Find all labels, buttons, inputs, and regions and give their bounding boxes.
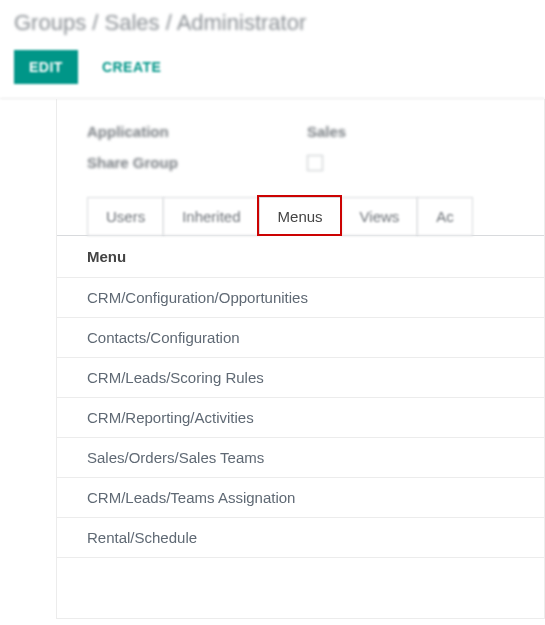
tab-views[interactable]: Views — [341, 197, 419, 236]
table-row[interactable]: Rental/Schedule — [57, 518, 544, 558]
breadcrumb[interactable]: Groups / Sales / Administrator — [14, 10, 531, 36]
table-row[interactable]: CRM/Reporting/Activities — [57, 398, 544, 438]
table-row[interactable]: Sales/Orders/Sales Teams — [57, 438, 544, 478]
tab-menus[interactable]: Menus — [259, 197, 342, 236]
table-row[interactable]: CRM/Configuration/Opportunities — [57, 278, 544, 318]
form-sheet: Application Sales Share Group Users Inhe… — [56, 99, 545, 619]
menu-column-header: Menu — [57, 236, 544, 278]
share-group-label: Share Group — [87, 154, 307, 171]
tab-content: Menu CRM/Configuration/Opportunities Con… — [57, 235, 544, 558]
share-group-checkbox[interactable] — [307, 155, 323, 171]
edit-button[interactable]: EDIT — [14, 50, 78, 84]
table-row[interactable]: CRM/Leads/Teams Assignation — [57, 478, 544, 518]
table-row[interactable]: CRM/Leads/Scoring Rules — [57, 358, 544, 398]
create-button[interactable]: CREATE — [102, 59, 162, 75]
application-label: Application — [87, 123, 307, 140]
application-value: Sales — [307, 123, 346, 140]
table-row[interactable]: Contacts/Configuration — [57, 318, 544, 358]
tabs: Users Inherited Menus Views Ac — [57, 197, 544, 236]
tab-users[interactable]: Users — [87, 197, 164, 236]
tab-access[interactable]: Ac — [417, 197, 473, 236]
tab-inherited[interactable]: Inherited — [163, 197, 259, 236]
